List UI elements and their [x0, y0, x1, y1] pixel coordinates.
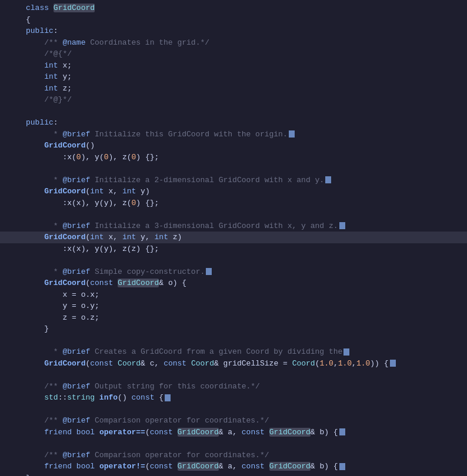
- code-line: [0, 335, 467, 347]
- code-line: [0, 163, 467, 175]
- code-line: int y;: [0, 71, 467, 83]
- code-text: std::string info() const {: [26, 392, 462, 404]
- code-text: [26, 404, 462, 415]
- code-line: {: [0, 14, 467, 26]
- code-line: GridCoord(const Coord& c, const Coord& g…: [0, 358, 467, 370]
- code-text: int z;: [26, 83, 462, 95]
- code-text: x = o.x;: [26, 289, 462, 301]
- code-line: * @brief Initialize this GridCoord with …: [0, 129, 467, 140]
- code-text: z = o.z;: [26, 312, 462, 324]
- code-text: :x(x), y(y), z(z) {};: [26, 243, 462, 255]
- code-text: public:: [26, 117, 462, 129]
- code-line: * @brief Creates a GridCoord from a give…: [0, 346, 467, 358]
- code-line: [0, 254, 467, 266]
- code-line: GridCoord(): [0, 140, 467, 152]
- code-line: /** @brief Output string for this coordi…: [0, 381, 467, 393]
- code-text: public:: [26, 25, 462, 37]
- code-line: [0, 209, 467, 220]
- code-text: * @brief Initialize this GridCoord with …: [26, 129, 462, 140]
- code-line: friend bool operator!=(const GridCoord& …: [0, 461, 467, 472]
- code-line: public:: [0, 25, 467, 37]
- code-text: }: [26, 323, 462, 335]
- code-text: /** @brief Comparison operator for coord…: [26, 450, 462, 461]
- code-line: [0, 404, 467, 415]
- code-line: :x(0), y(0), z(0) {};: [0, 152, 467, 163]
- code-text: * @brief Creates a GridCoord from a give…: [26, 346, 462, 358]
- code-text: [26, 438, 462, 450]
- code-text: * @brief Simple copy-constructor.: [26, 266, 462, 278]
- code-line: friend bool operator==(const GridCoord& …: [0, 427, 467, 438]
- code-text: * @brief Initialize a 3-dimensional Grid…: [26, 220, 462, 232]
- code-text: /*@{*/: [26, 48, 462, 60]
- code-text: [26, 209, 462, 220]
- code-text: {: [26, 14, 462, 26]
- code-text: /** @name Coordinates in the grid.*/: [26, 37, 462, 49]
- code-line: std::string info() const {: [0, 392, 467, 404]
- code-line: * @brief Simple copy-constructor.: [0, 266, 467, 278]
- code-text: GridCoord(int x, int y): [26, 186, 462, 197]
- code-line: /*@{*/: [0, 48, 467, 60]
- code-text: class GridCoord: [26, 2, 462, 14]
- code-text: /*@}*/: [26, 94, 462, 106]
- code-text: int y;: [26, 71, 462, 83]
- code-line: [0, 438, 467, 450]
- code-line: int x;: [0, 60, 467, 72]
- code-line: public:: [0, 117, 467, 129]
- code-text: };: [26, 472, 462, 477]
- code-text: :x(0), y(0), z(0) {};: [26, 152, 462, 163]
- code-text: int x;: [26, 60, 462, 72]
- code-text: [26, 106, 462, 118]
- code-editor: class GridCoord { public: /** @name Coor…: [0, 0, 467, 476]
- code-line: [0, 369, 467, 381]
- code-text: y = o.y;: [26, 300, 462, 312]
- code-line: /** @brief Comparison operator for coord…: [0, 450, 467, 461]
- code-text: GridCoord(const GridCoord& o) {: [26, 277, 462, 289]
- code-text: [26, 369, 462, 381]
- code-line: z = o.z;: [0, 312, 467, 324]
- code-line: GridCoord(int x, int y): [0, 186, 467, 197]
- code-text: [26, 254, 462, 266]
- code-line: * @brief Initialize a 2-dimensional Grid…: [0, 175, 467, 186]
- code-text: GridCoord(const Coord& c, const Coord& g…: [26, 358, 462, 370]
- code-text: /** @brief Comparison operator for coord…: [26, 415, 462, 427]
- code-line-highlighted: GridCoord(int x, int y, int z): [0, 232, 467, 243]
- code-line: :x(x), y(y), z(z) {};: [0, 243, 467, 255]
- code-line: int z;: [0, 83, 467, 95]
- code-line: GridCoord(const GridCoord& o) {: [0, 277, 467, 289]
- code-line: y = o.y;: [0, 300, 467, 312]
- code-text: [26, 335, 462, 347]
- code-line: class GridCoord: [0, 2, 467, 14]
- code-line: };: [0, 472, 467, 477]
- code-line: * @brief Initialize a 3-dimensional Grid…: [0, 220, 467, 232]
- code-text: friend bool operator==(const GridCoord& …: [26, 427, 462, 438]
- code-line: x = o.x;: [0, 289, 467, 301]
- code-text: GridCoord(int x, int y, int z): [26, 232, 462, 243]
- code-line: /** @brief Comparison operator for coord…: [0, 415, 467, 427]
- code-line: :x(x), y(y), z(0) {};: [0, 197, 467, 209]
- code-line: }: [0, 323, 467, 335]
- code-text: :x(x), y(y), z(0) {};: [26, 197, 462, 209]
- code-line: [0, 106, 467, 118]
- code-text: /** @brief Output string for this coordi…: [26, 381, 462, 393]
- code-line: /** @name Coordinates in the grid.*/: [0, 37, 467, 49]
- code-line: /*@}*/: [0, 94, 467, 106]
- code-text: friend bool operator!=(const GridCoord& …: [26, 461, 462, 472]
- code-text: * @brief Initialize a 2-dimensional Grid…: [26, 175, 462, 186]
- code-text: [26, 163, 462, 175]
- code-text: GridCoord(): [26, 140, 462, 152]
